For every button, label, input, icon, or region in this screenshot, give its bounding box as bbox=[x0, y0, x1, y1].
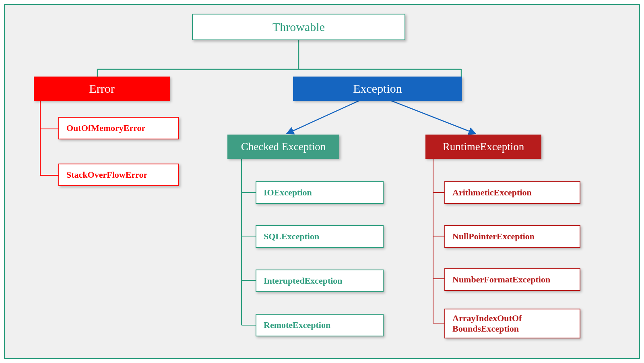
label-sqlexception: SQLException bbox=[264, 231, 319, 242]
label-remote: RemoteException bbox=[264, 320, 330, 330]
leaf-checked-2: InteruptedException bbox=[256, 270, 384, 292]
node-checked-exception: Checked Exception bbox=[227, 135, 339, 159]
label-exception: Exception bbox=[353, 82, 402, 95]
leaf-error-1: StackOverFlowError bbox=[58, 164, 179, 186]
node-error: Error bbox=[34, 77, 170, 101]
leaf-runtime-1: NullPointerException bbox=[444, 225, 580, 248]
svg-line-8 bbox=[391, 101, 476, 134]
label-checked: Checked Exception bbox=[241, 141, 326, 153]
label-interrupted: InteruptedException bbox=[264, 276, 343, 286]
label-nullpointer: NullPointerException bbox=[452, 231, 535, 242]
leaf-error-0: OutOfMemoryError bbox=[58, 117, 179, 139]
node-exception: Exception bbox=[293, 77, 462, 101]
label-error: Error bbox=[89, 82, 114, 95]
label-arrayindex: ArrayIndexOutOf BoundsException bbox=[452, 313, 580, 334]
label-runtime: RuntimeException bbox=[443, 141, 524, 153]
leaf-checked-0: IOException bbox=[256, 181, 384, 204]
node-runtime-exception: RuntimeException bbox=[425, 135, 541, 159]
leaf-runtime-2: NumberFormatException bbox=[444, 268, 580, 291]
label-throwable: Throwable bbox=[272, 20, 325, 34]
svg-line-7 bbox=[287, 101, 359, 134]
leaf-runtime-3: ArrayIndexOutOf BoundsException bbox=[444, 309, 580, 338]
label-numberformat: NumberFormatException bbox=[452, 274, 550, 285]
label-ioexception: IOException bbox=[264, 187, 312, 198]
label-stackoverflow: StackOverFlowError bbox=[66, 170, 147, 180]
diagram-frame: Throwable Error Exception Checked Except… bbox=[4, 4, 640, 359]
leaf-checked-1: SQLException bbox=[256, 225, 384, 248]
leaf-checked-3: RemoteException bbox=[256, 314, 384, 336]
label-arithmetic: ArithmeticException bbox=[452, 187, 532, 198]
node-throwable: Throwable bbox=[192, 14, 405, 40]
leaf-runtime-0: ArithmeticException bbox=[444, 181, 580, 204]
label-outofmemory: OutOfMemoryError bbox=[66, 123, 145, 133]
